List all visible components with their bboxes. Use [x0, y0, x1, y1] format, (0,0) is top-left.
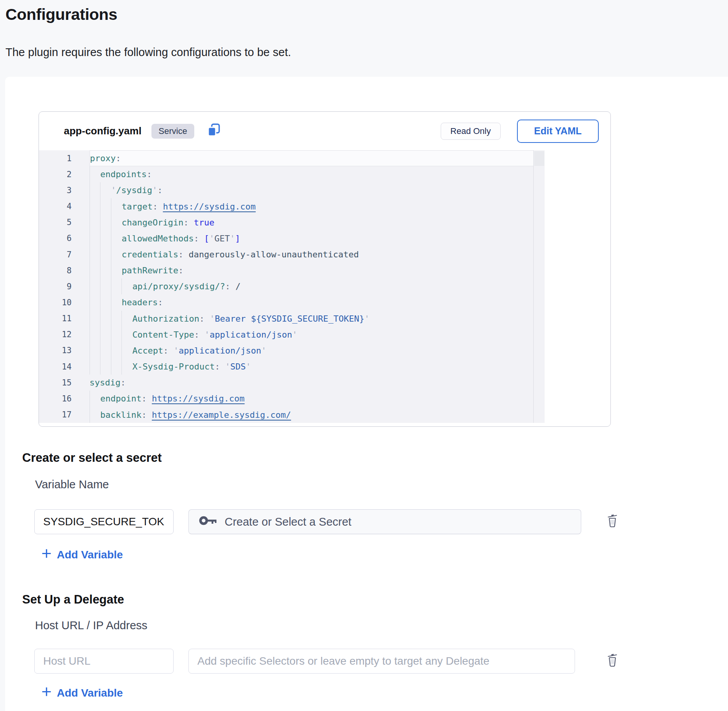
code-token: : — [215, 362, 225, 371]
indent-guide — [90, 182, 100, 198]
copy-icon — [206, 123, 222, 139]
code-line-content: target: https://sysdig.com — [90, 198, 534, 214]
code-token: : — [147, 169, 152, 179]
code-token: api/proxy/sysdig/? — [132, 282, 225, 291]
file-name: app-config.yaml — [64, 125, 141, 137]
code-token: : — [116, 153, 121, 163]
code-token: true — [194, 218, 215, 227]
indent-guide — [111, 327, 121, 343]
delete-variable-button[interactable] — [605, 512, 620, 529]
indent-guide — [121, 359, 132, 375]
trash-icon — [607, 523, 618, 529]
line-number: 2 — [39, 170, 82, 179]
code-token: ' — [292, 330, 297, 340]
line-number: 12 — [39, 330, 82, 339]
yaml-editor-header: app-config.yaml Service Read Only Edit Y… — [39, 112, 610, 150]
code-token: Accept — [132, 346, 163, 356]
page-subtitle: The plugin requires the following config… — [5, 46, 291, 59]
code-token: : — [141, 410, 152, 420]
indent-guide — [121, 327, 132, 343]
code-line: 5changeOrigin: true — [39, 215, 545, 231]
indent-guide — [111, 278, 121, 294]
indent-guide — [121, 343, 132, 359]
line-number: 4 — [39, 202, 82, 211]
key-icon — [199, 515, 217, 529]
code-token: : — [194, 330, 205, 340]
code-token: target — [121, 202, 152, 211]
code-token: : — [157, 185, 162, 195]
indent-guide — [90, 231, 100, 246]
indent-guide — [100, 215, 111, 231]
delegate-section-heading: Set Up a Delegate — [22, 593, 124, 607]
code-token: /sysdig — [116, 185, 152, 195]
code-line-content: '/sysdig': — [90, 182, 534, 198]
indent-guide — [90, 166, 100, 182]
delete-delegate-button[interactable] — [605, 651, 620, 669]
code-line: 14X-Sysdig-Product: 'SDS' — [39, 359, 545, 375]
indent-guide — [90, 391, 100, 407]
code-line: 8pathRewrite: — [39, 262, 545, 278]
variable-name-input[interactable] — [34, 509, 174, 534]
copy-button[interactable] — [206, 123, 222, 139]
configurations-page: Configurations The plugin requires the f… — [0, 0, 728, 711]
code-token: : — [225, 282, 236, 291]
indent-guide — [111, 294, 121, 310]
code-line: 12Content-Type: 'application/json' — [39, 327, 545, 343]
code-token: X-Sysdig-Product — [132, 362, 215, 371]
code-token: ' — [204, 330, 209, 340]
code-link[interactable]: https://sysdig.com — [152, 394, 244, 403]
indent-guide — [100, 246, 111, 262]
delegate-selectors-input[interactable] — [188, 649, 575, 674]
code-line: 9api/proxy/sysdig/?: / — [39, 278, 545, 294]
code-line-content: Accept: 'application/json' — [90, 343, 534, 359]
code-token: ' — [111, 185, 116, 195]
code-line-content: Authorization: 'Bearer ${SYSDIG_SECURE_T… — [90, 311, 534, 327]
code-token: : — [194, 234, 204, 243]
code-line-content: credentials: dangerously-allow-unauthent… — [90, 246, 534, 262]
code-line: 11Authorization: 'Bearer ${SYSDIG_SECURE… — [39, 311, 545, 327]
line-number: 8 — [39, 266, 82, 275]
code-line-content: Content-Type: 'application/json' — [90, 327, 534, 343]
indent-guide — [90, 359, 100, 375]
line-number: 3 — [39, 186, 82, 195]
code-line: 13Accept: 'application/json' — [39, 343, 545, 359]
code-token: endpoint — [100, 394, 141, 403]
scrollbar-thumb[interactable] — [534, 151, 544, 166]
code-token: application/json — [179, 346, 261, 356]
indent-guide — [111, 359, 121, 375]
code-line-content: endpoints: — [90, 166, 534, 182]
code-token: ' — [246, 362, 251, 371]
code-line-content: endpoint: https://sysdig.com — [90, 391, 534, 407]
indent-guide — [90, 327, 100, 343]
read-only-button[interactable]: Read Only — [441, 123, 501, 140]
code-link[interactable]: https://example.sysdig.com/ — [152, 410, 291, 420]
host-url-input[interactable] — [34, 649, 174, 674]
line-number: 11 — [39, 314, 82, 323]
line-number: 16 — [39, 394, 82, 403]
code-token: : — [199, 314, 210, 324]
indent-guide — [111, 343, 121, 359]
indent-guide — [90, 215, 100, 231]
add-variable-link-delegate[interactable]: Add Variable — [41, 686, 123, 700]
code-token: : — [153, 202, 163, 211]
add-variable-link-secret[interactable]: Add Variable — [41, 548, 123, 561]
code-token: : — [158, 297, 163, 307]
indent-guide — [121, 278, 132, 294]
code-token: [ — [204, 234, 209, 243]
code-token: Bearer ${SYSDIG_SECURE_TOKEN} — [215, 314, 364, 324]
code-link[interactable]: https://sysdig.com — [163, 202, 255, 211]
code-line: 2endpoints: — [39, 166, 545, 182]
indent-guide — [100, 182, 111, 198]
service-badge: Service — [151, 124, 194, 139]
indent-guide — [111, 215, 121, 231]
code-token: endpoints — [100, 169, 146, 179]
secret-selector-label: Create or Select a Secret — [225, 516, 352, 528]
secret-selector[interactable]: Create or Select a Secret — [188, 509, 581, 534]
code-token: dangerously-allow-unauthenticated — [189, 250, 359, 259]
code-line: 10headers: — [39, 294, 545, 310]
code-token: : — [141, 394, 152, 403]
edit-yaml-button[interactable]: Edit YAML — [517, 120, 599, 143]
code-token: : — [120, 378, 125, 387]
scrollbar[interactable] — [533, 150, 545, 423]
code-block: 1proxy:2endpoints:3'/sysdig':4target: ht… — [39, 150, 545, 423]
